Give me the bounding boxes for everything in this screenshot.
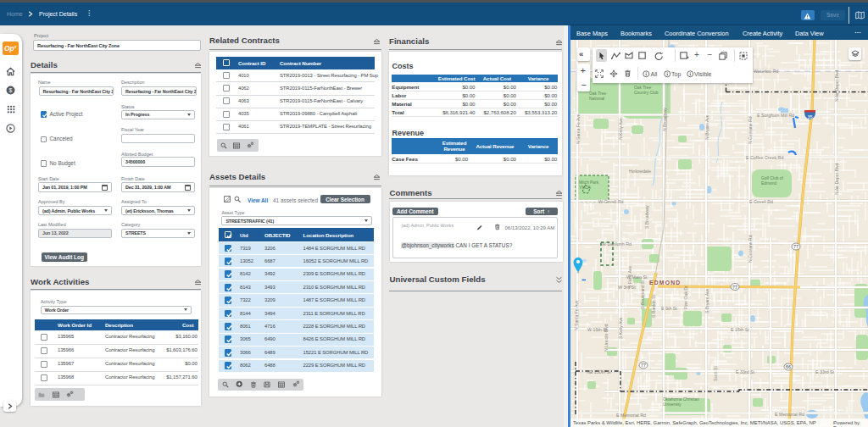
svg-text:N Kelly Ave: N Kelly Ave <box>618 118 623 140</box>
svg-text:N Air Depot Blvd: N Air Depot Blvd <box>834 69 839 102</box>
svg-text:W Covell Rd: W Covell Rd <box>598 199 623 204</box>
svg-text:E Memorial Rd: E Memorial Rd <box>616 413 646 418</box>
svg-text:S Rankin St: S Rankin St <box>651 295 656 318</box>
svg-text:N Lincoln Blvd: N Lincoln Blvd <box>604 324 609 352</box>
svg-text:Pine Oak Dr: Pine Oak Dr <box>683 286 688 309</box>
svg-text:W Danforth Rd: W Danforth Rd <box>602 241 632 247</box>
svg-text:N Santa Fe Ave: N Santa Fe Ave <box>574 300 579 330</box>
svg-text:N Air Depot Blvd: N Air Depot Blvd <box>834 163 839 195</box>
svg-text:E Covell Rd: E Covell Rd <box>749 199 773 204</box>
svg-text:NE 150th St: NE 150th St <box>587 369 611 374</box>
svg-text:N Cottrane Rd: N Cottrane Rd <box>748 235 753 263</box>
svg-text:66: 66 <box>786 364 791 369</box>
svg-text:Oak Tree: Oak Tree <box>589 92 606 96</box>
svg-text:Golf Club of: Golf Club of <box>761 176 783 180</box>
svg-text:E Memorial Rd: E Memorial Rd <box>775 412 804 417</box>
svg-text:National: National <box>589 97 604 101</box>
svg-text:Scott St: Scott St <box>713 366 718 381</box>
svg-text:E 15th St: E 15th St <box>731 327 749 332</box>
svg-text:N Broadway: N Broadway <box>662 108 667 131</box>
svg-text:Oak Tree: Oak Tree <box>634 86 651 90</box>
svg-text:S Broadway: S Broadway <box>644 205 649 229</box>
svg-text:N Santa Fe Ave: N Santa Fe Ave <box>576 114 581 144</box>
svg-text:Hollowdale: Hollowdale <box>629 169 651 174</box>
svg-text:77: 77 <box>732 285 737 290</box>
svg-text:S Bryant Ave: S Bryant Ave <box>704 288 709 313</box>
svg-text:N Cottrane Rd: N Cottrane Rd <box>748 116 753 144</box>
svg-text:$: $ <box>9 87 13 93</box>
svg-text:35: 35 <box>807 114 812 119</box>
svg-text:EDMOND: EDMOND <box>649 280 681 286</box>
svg-text:E 33rd St: E 33rd St <box>736 369 755 374</box>
svg-text:University: University <box>663 402 682 407</box>
svg-text:Edmond: Edmond <box>761 181 776 186</box>
svg-text:77: 77 <box>641 363 646 368</box>
svg-text:Oklahoma Christian: Oklahoma Christian <box>663 397 699 402</box>
svg-text:Country Club: Country Club <box>634 91 659 95</box>
svg-text:Mitch Park: Mitch Park <box>579 180 599 185</box>
svg-text:E 9th St: E 9th St <box>661 306 677 311</box>
svg-text:E Waterloo Rd: E Waterloo Rd <box>749 69 778 74</box>
svg-text:E 33rd St: E 33rd St <box>815 369 835 374</box>
svg-text:77: 77 <box>793 244 798 249</box>
svg-text:S Kelly Ave: S Kelly Ave <box>618 317 623 339</box>
svg-text:S Fretz Ave: S Fretz Ave <box>627 266 632 288</box>
svg-text:N Bryant Ave: N Bryant Ave <box>704 114 709 140</box>
svg-text:E Coffee Creek Rd: E Coffee Creek Rd <box>746 155 783 160</box>
svg-text:E Sorghum Mill Rd: E Sorghum Mill Rd <box>757 113 794 118</box>
svg-text:S Boulevard St: S Boulevard St <box>640 280 645 309</box>
svg-text:YMCA: YMCA <box>579 186 592 190</box>
